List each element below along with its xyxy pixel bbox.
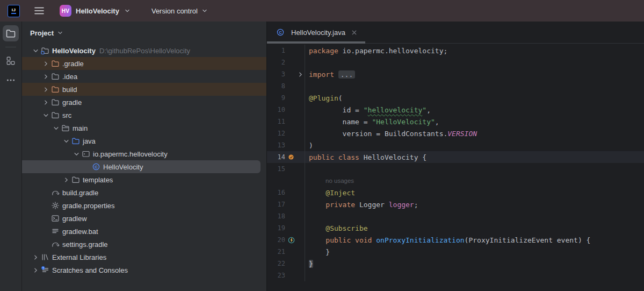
code-line-20[interactable]: 20 public void onProxyInitialization(Pro… [267,234,644,246]
editor-gutter[interactable]: 3 [267,68,305,80]
plugin-marker-icon[interactable] [286,151,296,163]
editor-gutter[interactable]: 1 [267,45,305,56]
tree-item-scratches-and-consoles[interactable]: Scratches and Consoles [22,264,266,276]
code-line-text[interactable] [305,210,644,222]
code-line-text[interactable]: import ... [305,68,644,80]
code-line-text[interactable]: @Subscribe [305,222,644,234]
code-line-3[interactable]: 3import ... [267,68,644,80]
code-line-text[interactable]: name = "HelloVelocity", [305,116,644,127]
tree-item-gradlew[interactable]: gradlew [22,212,266,225]
code-line-15[interactable]: 15 [267,163,644,175]
editor-gutter[interactable]: 18 [267,210,305,222]
code-line-text[interactable]: public void onProxyInitialization(ProxyI… [305,234,644,246]
tree-item-java[interactable]: java [22,134,266,147]
tool-stripe-button-structure[interactable] [3,53,19,69]
chevron-right-icon[interactable] [31,253,40,261]
code-line-21[interactable]: 21 } [267,246,644,258]
editor-gutter[interactable]: 11 [267,116,305,127]
code-line-text[interactable]: @Inject [305,187,644,198]
code-line-text[interactable]: no usages [305,175,644,187]
tree-item-gradle[interactable]: gradle [22,96,266,109]
close-tab-button[interactable] [350,28,359,37]
code-line-text[interactable] [305,269,644,281]
editor-gutter[interactable]: 2 [267,56,305,68]
code-line-text[interactable]: package io.papermc.hellovelocity; [305,45,644,56]
tree-item-src[interactable]: src [22,109,266,122]
chevron-right-icon[interactable] [41,85,50,94]
code-line-text[interactable]: ) [305,139,644,151]
code-line-text[interactable]: public class HelloVelocity { [305,151,644,163]
chevron-down-icon[interactable] [31,46,40,55]
code-line-8[interactable]: 8 [267,80,644,92]
code-line-text[interactable] [305,56,644,68]
editor-gutter[interactable]: 12 [267,127,305,139]
code-line-2[interactable]: 2 [267,56,644,68]
tree-item-gradle-properties[interactable]: gradle.properties [22,199,266,212]
event-marker-icon[interactable] [286,234,296,246]
vcs-widget[interactable]: Version control [148,5,212,17]
editor-gutter[interactable]: 13 [267,139,305,151]
editor-gutter[interactable]: 10 [267,104,305,116]
editor-gutter[interactable]: 20 [267,234,305,246]
tree-item-settings-gradle[interactable]: settings.gradle [22,238,266,251]
code-line-19[interactable]: 19 @Subscribe [267,222,644,234]
tree-item-build-gradle[interactable]: build.gradle [22,186,266,199]
tree-item-gradlew-bat[interactable]: gradlew.bat [22,225,266,238]
editor-gutter[interactable]: 15 [267,163,305,175]
code-line-text[interactable]: @Plugin( [305,92,644,104]
code-line-text[interactable]: } [305,246,644,258]
editor-gutter[interactable]: 8 [267,80,305,92]
tree-item-hellovelocity[interactable]: HelloVelocityD:\githubRePos\HelloVelocit… [22,44,266,57]
chevron-right-icon[interactable] [62,175,70,184]
editor-tab-hellovelocity-java[interactable]: C HelloVelocity.java [267,22,365,43]
chevron-down-icon[interactable] [72,150,81,158]
code-line-14[interactable]: 14public class HelloVelocity { [267,151,644,163]
code-line-11[interactable]: 11 name = "HelloVelocity", [267,116,644,127]
code-line-18[interactable]: 18 [267,210,644,222]
code-line-10[interactable]: 10 id = "hellovelocity", [267,104,644,116]
editor-gutter[interactable]: 16 [267,187,305,198]
tool-stripe-button-more[interactable] [3,72,19,88]
editor-gutter[interactable]: 17 [267,198,305,210]
code-line-16[interactable]: 16 @Inject [267,187,644,198]
tree-item-idea[interactable]: .idea [22,70,266,83]
code-editor[interactable]: 1package io.papermc.hellovelocity;23impo… [267,44,644,291]
editor-gutter[interactable]: 19 [267,222,305,234]
chevron-right-icon[interactable] [41,72,50,81]
tree-item-gradle[interactable]: .gradle [22,57,266,70]
project-panel-header[interactable]: Project [22,22,266,44]
chevron-right-icon[interactable] [31,266,40,274]
code-line-1[interactable]: 1package io.papermc.hellovelocity; [267,45,644,56]
code-line-12[interactable]: 12 version = BuildConstants.VERSION [267,127,644,139]
inlay-hint-row[interactable]: no usages [267,175,644,187]
code-line-13[interactable]: 13) [267,139,644,151]
chevron-down-icon[interactable] [52,124,60,132]
code-line-text[interactable]: } [305,258,644,269]
tree-item-external-libraries[interactable]: External Libraries [22,251,266,264]
main-menu-button[interactable] [32,3,47,18]
chevron-down-icon[interactable] [62,137,70,145]
code-line-17[interactable]: 17 private Logger logger; [267,198,644,210]
code-line-text[interactable]: private Logger logger; [305,198,644,210]
code-line-9[interactable]: 9@Plugin( [267,92,644,104]
editor-gutter[interactable]: 21 [267,246,305,258]
chevron-right-icon[interactable] [41,98,50,107]
chevron-right-icon[interactable] [41,59,50,68]
editor-gutter[interactable]: 23 [267,269,305,281]
editor-gutter[interactable]: 14 [267,151,305,163]
tree-item-hellovelocity[interactable]: CHelloVelocity [22,160,261,173]
code-line-22[interactable]: 22} [267,258,644,269]
code-line-text[interactable] [305,80,644,92]
code-line-text[interactable]: id = "hellovelocity", [305,104,644,116]
tree-item-io-papermc-hellovelocity[interactable]: io.papermc.hellovelocity [22,147,266,160]
code-line-text[interactable] [305,163,644,175]
usages-inlay-hint[interactable]: no usages [325,178,354,184]
chevron-down-icon[interactable] [41,111,50,119]
tree-item-main[interactable]: main [22,122,266,134]
editor-gutter[interactable]: 22 [267,258,305,269]
code-line-23[interactable]: 23 [267,269,644,281]
editor-gutter[interactable] [267,175,305,187]
editor-gutter[interactable]: 9 [267,92,305,104]
project-widget[interactable]: HV HelloVelocity [56,3,134,18]
fold-arrow-icon[interactable] [296,70,305,79]
